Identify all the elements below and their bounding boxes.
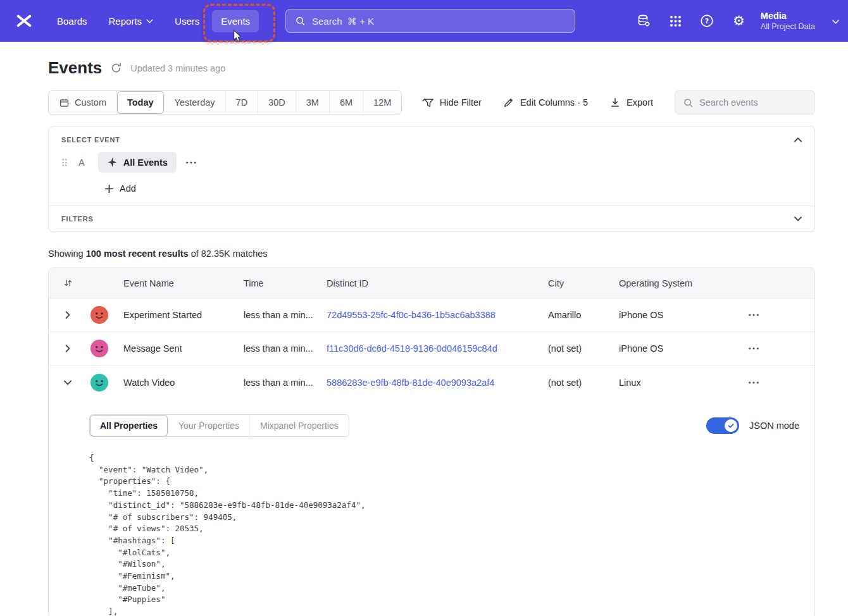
properties-tabs: All Properties Your Properties Mixpanel … [89,414,349,437]
svg-text:?: ? [705,17,709,25]
table-header-row: Event Name Time Distinct ID City Operati… [49,268,814,299]
distinct-id-link[interactable]: 72d49553-25fc-4f0c-b436-1b5ac6ab3388 [327,310,496,320]
tab-your-properties[interactable]: Your Properties [168,415,250,436]
filters-section[interactable]: FILTERS [49,206,814,231]
search-icon [683,97,694,108]
page-header: Events Updated 3 minutes ago [48,58,815,78]
refresh-icon[interactable] [110,62,122,74]
pencil-icon [503,97,514,108]
range-6m-button[interactable]: 6M [330,91,363,114]
export-button[interactable]: Export [609,97,653,108]
chevron-up-icon[interactable] [794,137,802,142]
global-search[interactable] [285,9,575,33]
chevron-down-icon[interactable] [64,380,72,385]
nav-item-events[interactable]: Events [212,10,259,32]
page-title: Events [48,58,102,78]
range-yesterday-button[interactable]: Yesterday [165,91,226,114]
range-custom-label: Custom [75,97,106,108]
results-summary: Showing 100 most recent results of 82.35… [48,249,815,259]
data-management-icon[interactable] [637,14,651,28]
chevron-down-icon[interactable] [794,216,802,221]
mixpanel-logo[interactable] [15,11,34,30]
range-3m-button[interactable]: 3M [296,91,330,114]
event-avatar [90,306,108,324]
row-detail-panel: All Properties Your Properties Mixpanel … [49,399,814,616]
toolbar-right: Hide Filter Edit Columns · 5 Export [421,90,815,114]
global-search-input[interactable] [312,16,566,27]
row-overflow-icon[interactable] [748,347,759,350]
events-page: Boards Reports Users Events [0,0,848,616]
event-overflow-icon[interactable] [185,161,197,164]
edit-columns-button[interactable]: Edit Columns · 5 [503,97,588,108]
cell-os: iPhone OS [613,310,698,320]
table-row[interactable]: Experiment Started less than a min... 72… [49,299,814,332]
tab-mixpanel-properties[interactable]: Mixpanel Properties [250,415,349,436]
row-overflow-icon[interactable] [748,381,759,385]
help-icon[interactable]: ? [700,14,714,28]
table-row[interactable]: Watch Video less than a min... 5886283e-… [49,366,814,399]
distinct-id-link[interactable]: 5886283e-e9fb-48fb-81de-40e9093a2af4 [327,378,494,388]
toggle-knob [725,419,737,432]
event-avatar [90,374,108,391]
toolbar: Custom Today Yesterday 7D 30D 3M 6M 12M … [48,90,815,114]
nav-item-users[interactable]: Users [166,10,208,32]
apps-grid-icon[interactable] [668,14,683,28]
range-30d-button[interactable]: 30D [258,91,296,114]
nav-events-wrapper: Events [212,10,263,32]
col-header-city: City [542,278,613,288]
range-12m-button[interactable]: 12M [363,91,401,114]
project-selector[interactable]: Media All Project Data [761,11,815,31]
select-event-label: SELECT EVENT [61,136,120,144]
col-header-event-name: Event Name [117,278,237,288]
chevron-down-icon[interactable] [832,15,839,27]
top-navbar: Boards Reports Users Events [0,0,848,42]
mixpanel-logo-mark [15,12,33,30]
cell-city: Amarillo [542,310,613,320]
cell-time: less than a min... [237,343,320,354]
cell-os: Linux [613,378,698,388]
project-name: Media [761,11,815,21]
sparkle-icon [107,157,118,168]
cell-event-name: Experiment Started [117,310,237,320]
date-range-control: Custom Today Yesterday 7D 30D 3M 6M 12M [48,90,402,114]
filters-label: FILTERS [61,215,94,223]
last-updated-text: Updated 3 minutes ago [130,63,225,73]
events-search[interactable] [675,90,815,114]
primary-nav: Boards Reports Users Events [48,10,263,32]
events-search-input[interactable] [699,97,807,108]
col-header-os: Operating System [613,278,698,288]
add-event-button[interactable]: Add [104,183,136,194]
event-row-letter: A [78,157,85,168]
distinct-id-link[interactable]: f11c30d6-dc6d-4518-9136-0d046159c84d [327,343,497,354]
results-suffix: of 82.35K matches [189,249,268,259]
check-icon [727,422,735,429]
range-custom-button[interactable]: Custom [49,91,117,114]
row-overflow-icon[interactable] [748,313,759,317]
json-mode-toggle[interactable] [706,417,739,434]
cell-event-name: Watch Video [117,378,237,388]
funnel-icon [421,97,434,109]
event-avatar [90,340,108,357]
results-prefix: Showing [48,249,86,259]
chevron-right-icon[interactable] [65,311,70,319]
event-chip-label: All Events [123,157,168,168]
hide-filter-button[interactable]: Hide Filter [421,97,482,109]
drag-handle-icon[interactable] [61,157,68,168]
settings-gear-icon[interactable]: ⚙ [732,14,746,28]
nav-item-reports[interactable]: Reports [100,10,163,32]
sort-icon[interactable] [63,278,73,288]
tab-all-properties[interactable]: All Properties [90,415,168,436]
nav-item-reports-label: Reports [109,16,142,27]
chevron-right-icon[interactable] [65,345,70,352]
event-selector-chip[interactable]: All Events [98,152,177,173]
col-header-time: Time [237,278,320,288]
range-7d-button[interactable]: 7D [226,91,259,114]
edit-columns-label: Edit Columns · 5 [520,97,588,108]
range-today-button[interactable]: Today [117,91,165,114]
event-query-row: A All Events [61,152,802,173]
search-icon [295,15,306,27]
json-mode-label: JSON mode [749,421,799,431]
table-row[interactable]: Message Sent less than a min... f11c30d6… [49,332,814,366]
nav-item-boards[interactable]: Boards [48,10,96,32]
query-builder-card: SELECT EVENT A All Events [48,126,815,232]
